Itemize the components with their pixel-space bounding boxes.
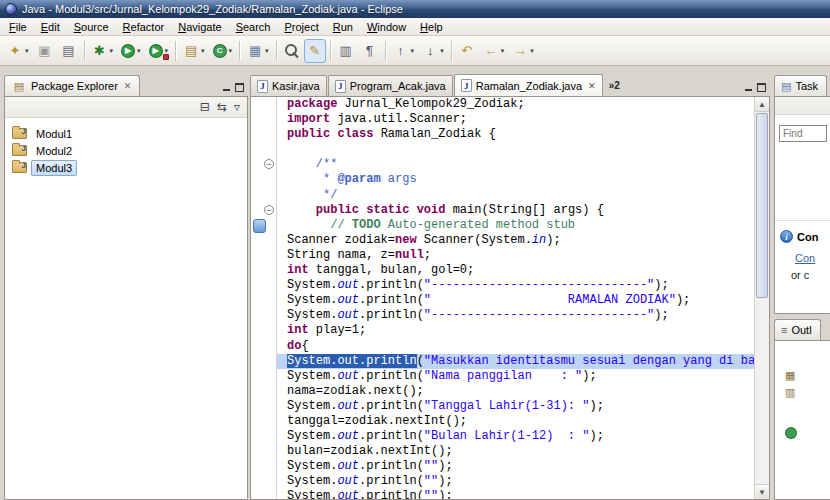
code-line[interactable]: public class Ramalan_Zodiak {: [251, 127, 754, 142]
tree-item-modul1[interactable]: JModul1: [5, 125, 247, 142]
new-java-class-button[interactable]: C▾: [210, 39, 236, 63]
code-line[interactable]: Scanner zodiak=new Scanner(System.in);: [251, 233, 754, 248]
scrollbar-thumb[interactable]: [756, 113, 768, 298]
run-dropdown-icon[interactable]: ▾: [137, 47, 141, 55]
task-list-tab[interactable]: ▤ Task: [774, 75, 827, 96]
package-explorer-icon: ▤: [11, 78, 27, 94]
menu-project[interactable]: Project: [278, 19, 326, 35]
search-button[interactable]: [281, 39, 302, 63]
code-line[interactable]: * @param args: [251, 172, 754, 187]
code-line[interactable]: System.out.println("");: [251, 459, 754, 474]
code-line[interactable]: bulan=zodiak.nextInt();: [251, 444, 754, 459]
class-icon: [785, 427, 797, 439]
forward-button[interactable]: →▾: [509, 39, 537, 63]
menu-run[interactable]: Run: [326, 19, 360, 35]
menu-edit[interactable]: Edit: [34, 19, 67, 35]
minimize-view-icon[interactable]: [222, 83, 231, 92]
code-line[interactable]: System.out.println("Masukkan identitasmu…: [251, 354, 754, 369]
tree-item-modul2[interactable]: JModul2: [5, 142, 247, 159]
code-line[interactable]: System.out.println("Nama panggilan : ");: [251, 369, 754, 384]
editor-tab-label: Kasir.java: [272, 80, 320, 92]
run-button[interactable]: ▶▾: [118, 39, 144, 63]
new-wizard-button[interactable]: ✦▾: [4, 39, 32, 63]
scroll-down-arrow-icon[interactable]: ▼: [755, 484, 769, 499]
previous-annotation-dropdown-icon[interactable]: ▾: [411, 47, 415, 55]
debug-button[interactable]: ✱▾: [89, 39, 117, 63]
tab-close-icon[interactable]: ✕: [588, 81, 596, 91]
new-wizard-dropdown-icon[interactable]: ▾: [25, 47, 29, 55]
code-line[interactable]: [251, 142, 754, 157]
code-line[interactable]: System.out.println("Tanggal Lahir(1-31):…: [251, 399, 754, 414]
outline-tab[interactable]: ≡ Outl: [774, 319, 821, 340]
menu-help[interactable]: Help: [413, 19, 450, 35]
code-area[interactable]: package Jurnal_Kelompok29_Zodiak;import …: [251, 97, 754, 499]
code-line[interactable]: package Jurnal_Kelompok29_Zodiak;: [251, 97, 754, 112]
new-java-class-dropdown-icon[interactable]: ▾: [229, 47, 233, 55]
code-line[interactable]: tanggal=zodiak.nextInt();: [251, 414, 754, 429]
maximize-view-icon[interactable]: [235, 83, 244, 92]
editor-vertical-scrollbar[interactable]: ▲ ▼: [754, 97, 769, 499]
fold-collapse-icon[interactable]: −: [264, 205, 274, 215]
new-java-project-dropdown-icon[interactable]: ▾: [201, 47, 205, 55]
menu-source[interactable]: Source: [67, 19, 116, 35]
code-line[interactable]: import java.util.Scanner;: [251, 112, 754, 127]
mylyn-connect-link[interactable]: Con: [795, 252, 815, 264]
forward-dropdown-icon[interactable]: ▾: [530, 47, 534, 55]
collapse-all-icon[interactable]: ⊟: [200, 100, 210, 114]
fold-collapse-icon[interactable]: −: [264, 159, 274, 169]
outline-item-class[interactable]: [775, 424, 830, 441]
open-task-dropdown-icon[interactable]: ▾: [265, 47, 269, 55]
code-line[interactable]: System.out.println("Bulan Lahir(1-12) : …: [251, 429, 754, 444]
debug-dropdown-icon[interactable]: ▾: [110, 47, 114, 55]
save-button[interactable]: ▣: [34, 39, 56, 63]
editor-tab-program_acak-java[interactable]: JProgram_Acak.java: [328, 75, 453, 96]
editor-tab-kasir-java[interactable]: JKasir.java: [250, 75, 327, 96]
code-line[interactable]: System.out.println("--------------------…: [251, 308, 754, 323]
code-line[interactable]: int play=1;: [251, 323, 754, 338]
toggle-mark-occurrences-button[interactable]: ✎: [304, 39, 326, 63]
code-line[interactable]: */: [251, 188, 754, 203]
code-line[interactable]: − public static void main(String[] args)…: [251, 203, 754, 218]
show-whitespace-button[interactable]: ¶: [359, 39, 381, 63]
code-line[interactable]: System.out.println(" RAMALAN ZODIAK");: [251, 293, 754, 308]
print-button[interactable]: ▤: [58, 39, 80, 63]
code-line[interactable]: // TODO Auto-generated method stub: [251, 218, 754, 233]
previous-annotation-button[interactable]: ↑▾: [390, 39, 418, 63]
package-explorer-tab[interactable]: ▤ Package Explorer ✕: [4, 75, 140, 96]
menu-search[interactable]: Search: [229, 19, 278, 35]
code-line[interactable]: − /**: [251, 157, 754, 172]
outline-item-import-declarations[interactable]: ▥: [775, 384, 830, 401]
editor-tab-ramalan_zodiak-java[interactable]: JRamalan_Zodiak.java✕: [454, 74, 603, 96]
outline-item-package-declaration[interactable]: ▦: [775, 367, 830, 384]
scroll-up-arrow-icon[interactable]: ▲: [755, 97, 769, 112]
code-line[interactable]: nama=zodiak.next();: [251, 384, 754, 399]
show-annotations-button[interactable]: ▥: [335, 39, 357, 63]
view-close-icon[interactable]: ✕: [124, 81, 132, 91]
code-line[interactable]: String nama, z=null;: [251, 248, 754, 263]
code-line[interactable]: int tanggal, bulan, gol=0;: [251, 263, 754, 278]
new-java-project-button[interactable]: ▤▾: [180, 39, 208, 63]
back-dropdown-icon[interactable]: ▾: [501, 47, 505, 55]
open-task-button[interactable]: ▦▾: [244, 39, 272, 63]
maximize-editor-icon[interactable]: [757, 83, 766, 92]
tab-overflow-chevron[interactable]: »2: [609, 80, 620, 91]
view-menu-icon[interactable]: ▿: [234, 100, 240, 114]
code-line[interactable]: System.out.println("--------------------…: [251, 278, 754, 293]
next-annotation-dropdown-icon[interactable]: ▾: [440, 47, 444, 55]
package-explorer-tree[interactable]: JModul1JModul2JModul3: [5, 118, 247, 499]
next-annotation-button[interactable]: ↓▾: [419, 39, 447, 63]
link-with-editor-icon[interactable]: ⇆: [217, 100, 227, 114]
back-button[interactable]: ←▾: [480, 39, 508, 63]
menu-file[interactable]: File: [2, 19, 34, 35]
run-external-tools-button[interactable]: ▶▾: [146, 39, 172, 63]
menu-navigate[interactable]: Navigate: [171, 19, 228, 35]
code-line[interactable]: do{: [251, 339, 754, 354]
code-line[interactable]: System.out.println("");: [251, 489, 754, 499]
last-edit-location-button[interactable]: ↶: [456, 39, 478, 63]
menu-refactor[interactable]: Refactor: [116, 19, 172, 35]
minimize-editor-icon[interactable]: [744, 83, 753, 92]
code-line[interactable]: System.out.println("");: [251, 474, 754, 489]
menu-window[interactable]: Window: [360, 19, 413, 35]
tree-item-modul3[interactable]: JModul3: [5, 159, 247, 176]
task-find-input[interactable]: [779, 125, 827, 142]
